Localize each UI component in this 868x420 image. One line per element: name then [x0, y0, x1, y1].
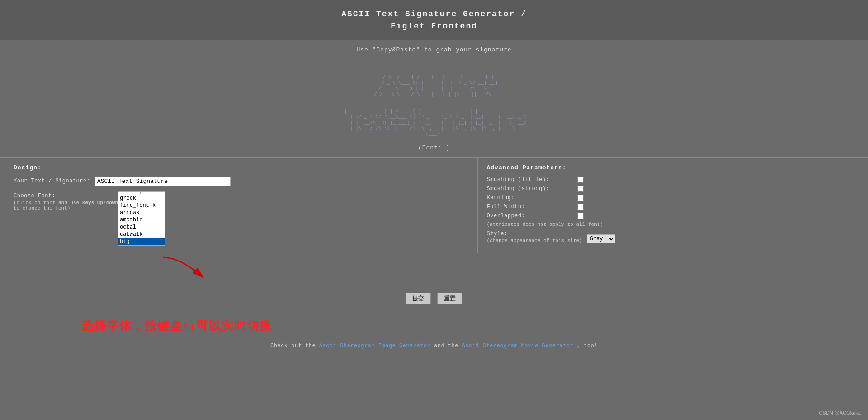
choose-font-row: Choose Font: (click on font and use keys…: [14, 191, 468, 246]
red-arrow: [154, 253, 226, 285]
annotation-text: 选择字体，按键盘↑↓可以实时切换: [0, 311, 868, 337]
style-note: (change appearance of this site): [487, 238, 582, 243]
param-label-1: Smushing (strong):: [487, 186, 577, 192]
param-row-3: Full Width:: [487, 204, 859, 210]
text-signature-input[interactable]: [95, 177, 231, 186]
param-checkbox-2[interactable]: [577, 195, 584, 201]
param-row-1: Smushing (strong):: [487, 186, 859, 192]
param-label-4: Overlapped:: [487, 213, 577, 219]
copy-hint-bar: Use "Copy&Paste" to grab your signature: [0, 40, 868, 58]
footer-text3: , too!: [577, 343, 598, 349]
param-checkbox-0[interactable]: [577, 177, 584, 183]
footer-link2[interactable]: Ascii Stereogram Movie Generator: [462, 343, 573, 349]
param-note: (attributes does not apply to all font): [487, 222, 859, 227]
advanced-title: Advanced Parameters:: [487, 164, 859, 171]
reset-button[interactable]: 重置: [437, 293, 462, 304]
font-listbox[interactable]: basicdefleppardgreekfire_font-karrowsamc…: [118, 191, 165, 246]
font-label: (Font: ): [418, 145, 450, 151]
footer: Check out the Ascii Stereogram Image Gen…: [0, 337, 868, 358]
param-label-0: Smushing (little):: [487, 177, 577, 183]
page-header: ASCII Text Signature Generator / Figlet …: [0, 0, 868, 40]
main-controls: Design: Your Text / Signature: Choose Fo…: [0, 158, 868, 257]
button-row: 提交 重置: [0, 286, 868, 311]
style-row: Style: (change appearance of this site) …: [487, 231, 859, 247]
param-row-4: Overlapped:: [487, 213, 859, 219]
ascii-art: _ ____ ____ ___ _____ _ / \ / ___| / ___…: [340, 69, 528, 137]
param-checkbox-3[interactable]: [577, 204, 584, 210]
choose-font-label: Choose Font:: [14, 191, 118, 199]
params-list: Smushing (little):Smushing (strong):Kern…: [487, 177, 859, 219]
choose-font-label-group: Choose Font: (click on font and use keys…: [14, 191, 118, 211]
footer-text2: and the: [434, 343, 462, 349]
advanced-section: Advanced Parameters: Smushing (little):S…: [477, 158, 868, 258]
submit-button[interactable]: 提交: [406, 293, 431, 304]
footer-text1: Check out the: [270, 343, 319, 349]
style-label-group: Style: (change appearance of this site): [487, 231, 582, 247]
style-select[interactable]: GrayBlueGreenBlack: [587, 234, 615, 243]
ascii-display-area: _ ____ ____ ___ _____ _ / \ / ___| / ___…: [0, 58, 868, 158]
param-checkbox-1[interactable]: [577, 186, 584, 192]
controls-table: Design: Your Text / Signature: Choose Fo…: [0, 158, 868, 257]
footer-link1[interactable]: Ascii Stereogram Image Generator: [319, 343, 430, 349]
design-section: Design: Your Text / Signature: Choose Fo…: [0, 158, 477, 258]
param-row-2: Kerning:: [487, 195, 859, 201]
choose-font-hint: (click on font and use keys up/downto ch…: [14, 200, 118, 211]
param-label-2: Kerning:: [487, 195, 577, 201]
text-signature-label: Your Text / Signature:: [14, 177, 95, 184]
param-row-0: Smushing (little):: [487, 177, 859, 183]
style-label: Style:: [487, 231, 582, 237]
text-signature-row: Your Text / Signature:: [14, 177, 468, 186]
page-title: ASCII Text Signature Generator / Figlet …: [5, 8, 863, 33]
param-checkbox-4[interactable]: [577, 213, 584, 219]
design-title: Design:: [14, 164, 468, 171]
param-label-3: Full Width:: [487, 204, 577, 210]
